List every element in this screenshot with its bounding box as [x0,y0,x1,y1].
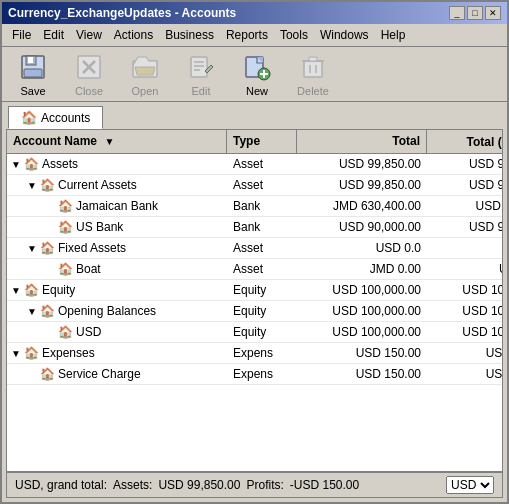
row-total: USD 0.0 [297,238,427,258]
row-icon: 🏠 [58,325,73,339]
tab-accounts[interactable]: 🏠 Accounts [8,106,103,129]
col-type: Type [227,130,297,153]
row-type: Equity [227,301,297,321]
save-icon [17,51,49,83]
accounts-table: Account Name ▼ Type Total Total (USD) ⬇ … [6,129,503,472]
row-name-cell: ▼ 🏠 Equity [7,280,227,300]
row-name-cell: ▼ 🏠 Assets [7,154,227,174]
table-row[interactable]: ▼ 🏠 Equity Equity USD 100,000.00 USD 100… [7,280,502,301]
expand-arrow[interactable]: ▼ [27,180,37,191]
tab-accounts-label: Accounts [41,111,90,125]
profits-value: -USD 150.00 [290,478,359,492]
table-row[interactable]: ▼ 🏠 Current Assets Asset USD 99,850.00 U… [7,175,502,196]
expand-arrow[interactable]: ▼ [11,159,21,170]
tabs-bar: 🏠 Accounts [2,102,507,129]
row-name-cell: 🏠 Boat [7,259,227,279]
menu-business[interactable]: Business [159,26,220,44]
col-name-arrow: ▼ [104,136,114,147]
row-total: USD 100,000.00 [297,301,427,321]
close-toolbar-button[interactable]: Close [64,51,114,97]
open-label: Open [132,85,159,97]
profits-label: Profits: [246,478,283,492]
row-icon: 🏠 [40,178,55,192]
table-row[interactable]: ▼ 🏠 Fixed Assets Asset USD 0.0 USD 0.0 [7,238,502,259]
close-button[interactable]: ✕ [485,6,501,20]
row-total: USD 100,000.00 [297,280,427,300]
table-row[interactable]: 🏠 Jamaican Bank Bank JMD 630,400.00 USD … [7,196,502,217]
delete-button[interactable]: Delete [288,51,338,97]
row-type: Asset [227,154,297,174]
new-button[interactable]: New [232,51,282,97]
row-icon: 🏠 [58,262,73,276]
row-icon: 🏠 [40,304,55,318]
menu-reports[interactable]: Reports [220,26,274,44]
table-row[interactable]: ▼ 🏠 Assets Asset USD 99,850.00 USD 99,85… [7,154,502,175]
row-total-usd: USD 100,000.00 [427,301,502,321]
menu-bar: File Edit View Actions Business Reports … [2,24,507,47]
row-name-cell: ▼ 🏠 Fixed Assets [7,238,227,258]
row-icon: 🏠 [40,241,55,255]
close-toolbar-label: Close [75,85,103,97]
row-total: USD 99,850.00 [297,175,427,195]
row-total: USD 90,000.00 [297,217,427,237]
row-total-usd: USD 0.00 [427,259,502,279]
col-total-usd: Total (USD) ⬇ [427,130,503,153]
table-row[interactable]: ▼ 🏠 Expenses Expens USD 150.00 USD 150.0… [7,343,502,364]
row-type: Expens [227,343,297,363]
expand-arrow[interactable]: ▼ [27,306,37,317]
table-row[interactable]: ▼ 🏠 Opening Balances Equity USD 100,000.… [7,301,502,322]
save-button[interactable]: Save [8,51,58,97]
expand-arrow[interactable]: ▼ [11,285,21,296]
expand-arrow[interactable]: ▼ [27,243,37,254]
row-total-usd: USD 99,850.00 [427,154,502,174]
row-name-cell: 🏠 USD [7,322,227,342]
row-total: USD 100,000.00 [297,322,427,342]
table-row[interactable]: 🏠 Service Charge Expens USD 150.00 USD 1… [7,364,502,385]
status-bar: USD, grand total: Assets: USD 99,850.00 … [6,472,503,498]
menu-windows[interactable]: Windows [314,26,375,44]
row-total-usd: USD 90,000.00 [427,217,502,237]
row-total-usd: USD 99,850.00 [427,175,502,195]
menu-tools[interactable]: Tools [274,26,314,44]
maximize-button[interactable]: □ [467,6,483,20]
row-total-usd: USD 150.00 [427,343,502,363]
toolbar: Save Close Open [2,47,507,102]
row-name-cell: ▼ 🏠 Current Assets [7,175,227,195]
expand-arrow[interactable]: ▼ [11,348,21,359]
row-type: Bank [227,196,297,216]
menu-help[interactable]: Help [375,26,412,44]
menu-view[interactable]: View [70,26,108,44]
main-window: Currency_ExchangeUpdates - Accounts _ □ … [0,0,509,504]
row-icon: 🏠 [58,220,73,234]
row-type: Expens [227,364,297,384]
assets-value: USD 99,850.00 [158,478,240,492]
col-total: Total [297,130,427,153]
row-total-usd: USD 150.00 [427,364,502,384]
currency-select[interactable]: USD [446,476,494,494]
table-row[interactable]: 🏠 US Bank Bank USD 90,000.00 USD 90,000.… [7,217,502,238]
window-title: Currency_ExchangeUpdates - Accounts [8,6,236,20]
row-total-usd: USD 100,000.00 [427,280,502,300]
table-header: Account Name ▼ Type Total Total (USD) ⬇ [7,130,502,154]
col-account-name: Account Name ▼ [7,130,227,153]
row-type: Equity [227,280,297,300]
menu-actions[interactable]: Actions [108,26,159,44]
row-icon: 🏠 [24,346,39,360]
close-toolbar-icon [73,51,105,83]
row-icon: 🏠 [40,367,55,381]
minimize-button[interactable]: _ [449,6,465,20]
menu-file[interactable]: File [6,26,37,44]
delete-icon [297,51,329,83]
open-button[interactable]: Open [120,51,170,97]
menu-edit[interactable]: Edit [37,26,70,44]
window-controls: _ □ ✕ [449,6,501,20]
row-total: JMD 630,400.00 [297,196,427,216]
row-total: USD 99,850.00 [297,154,427,174]
edit-button[interactable]: Edit [176,51,226,97]
table-row[interactable]: 🏠 USD Equity USD 100,000.00 USD 100,000.… [7,322,502,343]
row-name-cell: 🏠 Service Charge [7,364,227,384]
table-row[interactable]: 🏠 Boat Asset JMD 0.00 USD 0.00 [7,259,502,280]
row-type: Asset [227,238,297,258]
svg-rect-8 [191,57,207,77]
new-label: New [246,85,268,97]
